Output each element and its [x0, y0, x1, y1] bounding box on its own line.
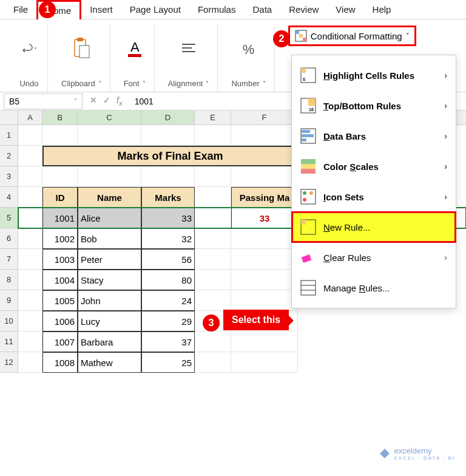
enter-formula-icon[interactable]: ✓ [103, 95, 110, 107]
row-header[interactable]: 2 [0, 146, 18, 166]
row-header[interactable]: 3 [0, 166, 18, 187]
cell-id[interactable]: 1005 [42, 290, 78, 311]
row-header[interactable]: 8 [0, 270, 18, 290]
cf-label: Conditional Formatting [311, 31, 402, 41]
chevron-down-icon: ˅ [406, 32, 410, 40]
cell-name[interactable]: Stacy [78, 270, 141, 290]
menu-page-layout[interactable]: Page Layout [121, 1, 189, 18]
passing-value[interactable]: 33 [231, 208, 298, 228]
cf-manage-rules[interactable]: Manage Rules... [292, 273, 456, 303]
font-label[interactable]: Font [124, 76, 146, 92]
cell-marks[interactable]: 37 [141, 332, 195, 352]
svg-rect-24 [301, 169, 316, 174]
row-header[interactable]: 5 [0, 208, 18, 228]
annotation-callout: Select this [223, 310, 289, 330]
cell-id[interactable]: 1002 [42, 228, 78, 249]
row-header[interactable]: 7 [0, 249, 18, 270]
chevron-right-icon: › [444, 253, 447, 262]
svg-rect-22 [301, 159, 316, 164]
conditional-formatting-menu: ≤Highlight Cells Rules› 10Top/Bottom Rul… [291, 55, 456, 308]
chevron-right-icon: › [444, 70, 447, 80]
cell-name[interactable]: Bob [78, 228, 141, 249]
cancel-formula-icon[interactable]: ✕ [90, 95, 97, 107]
cf-data-bars[interactable]: Data Bars› [292, 121, 456, 151]
menu-formulas[interactable]: Formulas [189, 1, 245, 18]
row-header[interactable]: 9 [0, 290, 18, 311]
number-button[interactable]: % [243, 42, 255, 58]
cell-id[interactable]: 1004 [42, 270, 78, 290]
alignment-button[interactable] [180, 39, 198, 60]
number-label[interactable]: Number [231, 76, 265, 92]
row-header[interactable]: 4 [0, 187, 18, 208]
cell-marks[interactable]: 25 [141, 352, 195, 373]
cf-icon-sets[interactable]: Icon Sets› [292, 182, 456, 212]
menu-review[interactable]: Review [280, 1, 327, 18]
menu-data[interactable]: Data [244, 1, 280, 18]
cell-id[interactable]: 1008 [42, 352, 78, 373]
paste-button[interactable] [71, 37, 92, 63]
table-header-marks[interactable]: Marks [141, 187, 195, 208]
col-header-e[interactable]: E [195, 110, 231, 124]
svg-rect-21 [302, 138, 306, 141]
fx-icon[interactable]: fx [116, 95, 123, 107]
cell-id[interactable]: 1001 [42, 208, 78, 228]
menu-view[interactable]: View [327, 1, 363, 18]
menu-insert[interactable]: Insert [81, 1, 121, 18]
svg-rect-11 [303, 38, 306, 41]
row-header[interactable]: 6 [0, 228, 18, 249]
svg-rect-1 [77, 38, 83, 41]
cf-highlight-cells-rules[interactable]: ≤Highlight Cells Rules› [292, 60, 456, 90]
cell-id[interactable]: 1007 [42, 332, 78, 352]
cell-marks[interactable]: 24 [141, 290, 195, 311]
cf-color-scales[interactable]: Color Scales› [292, 151, 456, 182]
cell-name[interactable]: Alice [78, 208, 141, 228]
alignment-label[interactable]: Alignment [168, 76, 209, 92]
col-header-d[interactable]: D [141, 110, 195, 124]
menu-file[interactable]: File [5, 1, 36, 18]
cell-name[interactable]: John [78, 290, 141, 311]
passing-header[interactable]: Passing Ma [231, 187, 298, 208]
name-box[interactable]: B5˅ [4, 93, 83, 109]
select-all-corner[interactable] [0, 110, 18, 124]
cell-name[interactable]: Mathew [78, 352, 141, 373]
col-header-c[interactable]: C [78, 110, 141, 124]
cell-name[interactable]: Peter [78, 249, 141, 270]
undo-button[interactable]: ˅ [19, 42, 39, 57]
chevron-right-icon: › [444, 131, 447, 141]
table-header-name[interactable]: Name [78, 187, 141, 208]
annotation-badge-2: 2 [273, 30, 290, 47]
cell-marks[interactable]: 80 [141, 270, 195, 290]
cell-id[interactable]: 1006 [42, 311, 78, 332]
cell-marks[interactable]: 56 [141, 249, 195, 270]
title-cell[interactable]: Marks of Final Exam [42, 146, 298, 166]
svg-rect-2 [79, 46, 89, 58]
cell-name[interactable]: Barbara [78, 332, 141, 352]
cell-marks[interactable]: 29 [141, 311, 195, 332]
col-header-b[interactable]: B [42, 110, 78, 124]
table-header-id[interactable]: ID [42, 187, 78, 208]
font-button[interactable]: A [126, 38, 144, 61]
svg-rect-13 [301, 68, 306, 73]
conditional-formatting-button[interactable]: Conditional Formatting ˅ [288, 25, 416, 46]
cf-clear-rules[interactable]: Clear Rules› [292, 242, 456, 273]
row-header[interactable]: 10 [0, 311, 18, 332]
ribbon-group-number: % Number [223, 23, 274, 92]
col-header-f[interactable]: F [231, 110, 298, 124]
cf-top-bottom-rules[interactable]: 10Top/Bottom Rules› [292, 90, 456, 121]
cell-marks[interactable]: 32 [141, 228, 195, 249]
menu-help[interactable]: Help [364, 1, 400, 18]
row-header[interactable]: 11 [0, 332, 18, 352]
col-header-a[interactable]: A [18, 110, 42, 124]
annotation-badge-1: 1 [39, 1, 56, 18]
cell-id[interactable]: 1003 [42, 249, 78, 270]
cell-name[interactable]: Lucy [78, 311, 141, 332]
row-header[interactable]: 1 [0, 125, 18, 146]
row-header[interactable]: 12 [0, 352, 18, 373]
cf-new-rule[interactable]: New Rule... [292, 212, 456, 242]
data-bars-icon [300, 128, 316, 144]
ribbon-group-font: A Font [115, 23, 155, 92]
ribbon-group-alignment: Alignment [160, 23, 218, 92]
cell-marks[interactable]: 33 [141, 208, 195, 228]
clipboard-label[interactable]: Clipboard [61, 76, 101, 92]
svg-rect-19 [302, 130, 310, 133]
